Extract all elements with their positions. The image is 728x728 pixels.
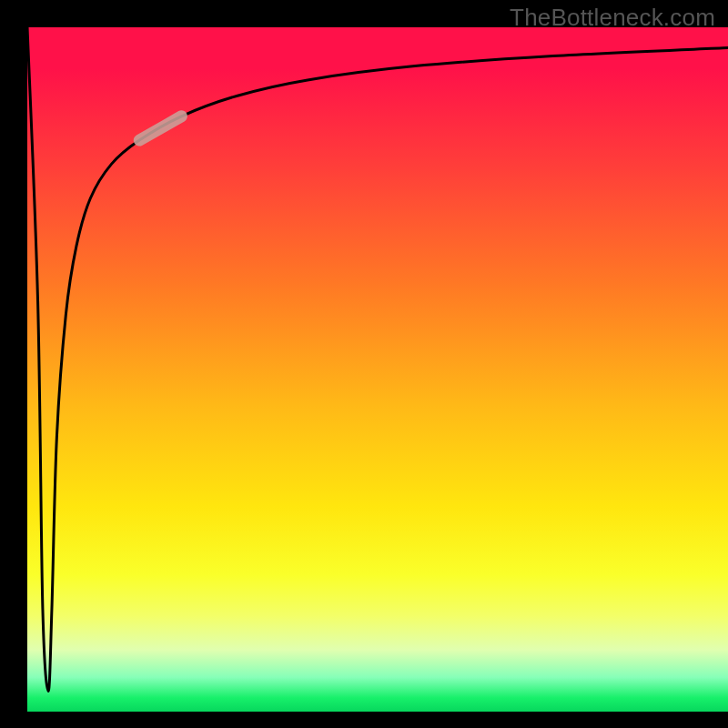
- chart-frame: TheBottleneck.com: [0, 0, 728, 728]
- bottleneck-curve-path: [27, 27, 728, 691]
- highlight-segment-path: [139, 116, 181, 140]
- plot-area: [27, 27, 728, 712]
- curve-svg: [27, 27, 728, 712]
